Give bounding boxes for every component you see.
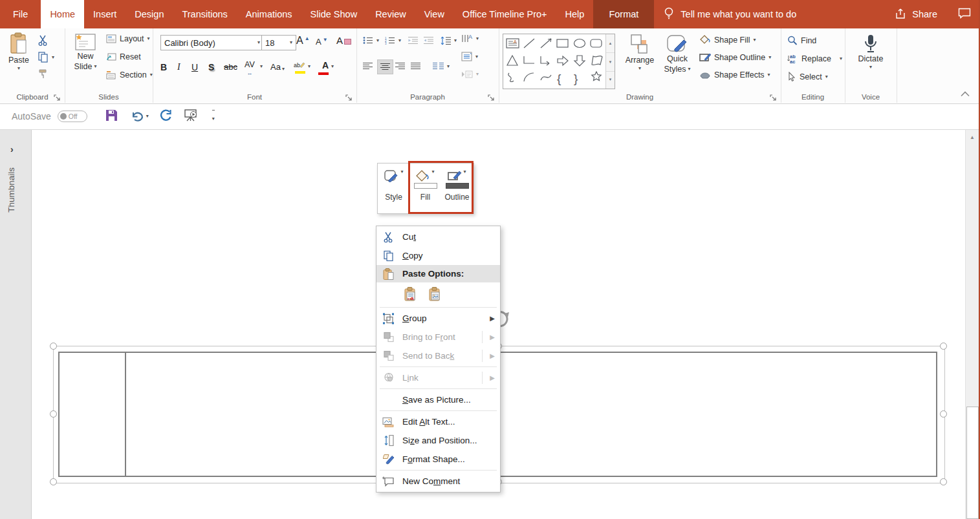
layout-button[interactable]: Layout▾: [106, 34, 150, 43]
font-name-combobox[interactable]: Calibri (Body)▾: [160, 35, 264, 50]
shape-gallery[interactable]: A { } ▲ ▼ ▼: [503, 34, 615, 89]
new-slide-button[interactable]: New Slide▾: [69, 32, 102, 72]
format-painter-button[interactable]: [38, 69, 49, 79]
bold-button[interactable]: B: [160, 62, 167, 72]
resize-handle-bottom-left[interactable]: [50, 478, 57, 485]
line-spacing-button[interactable]: ▾: [441, 36, 457, 45]
tab-format[interactable]: Format: [593, 0, 654, 28]
columns-button[interactable]: ▾: [433, 62, 450, 70]
shape-outline-button[interactable]: Shape Outline▾: [699, 52, 771, 62]
paste-keep-text-button[interactable]: a: [402, 286, 419, 302]
tab-design[interactable]: Design: [125, 0, 173, 28]
gallery-scroll-down[interactable]: ▼: [606, 52, 615, 71]
autosave-toggle[interactable]: Off: [58, 111, 87, 122]
scrollbar-thumb[interactable]: [966, 407, 979, 519]
font-color-button[interactable]: A: [318, 61, 329, 75]
menu-item-bring-to-front[interactable]: Bring to Front ▶: [376, 328, 500, 346]
dictate-button[interactable]: Dictate ▾: [854, 34, 887, 70]
start-from-beginning-button[interactable]: [184, 109, 198, 124]
text-highlight-button[interactable]: ab: [294, 61, 305, 74]
menu-item-new-comment[interactable]: New Comment: [376, 472, 500, 491]
tab-view[interactable]: View: [415, 0, 453, 28]
tab-help[interactable]: Help: [556, 0, 594, 28]
drawing-dialog-launcher[interactable]: [770, 92, 778, 100]
redo-button[interactable]: [159, 109, 172, 124]
resize-handle-bottom-right[interactable]: [940, 478, 947, 485]
menu-item-cut[interactable]: Cut: [376, 228, 500, 246]
customize-qat-button[interactable]: ▾: [212, 110, 215, 123]
find-button[interactable]: Find: [787, 36, 816, 45]
bullets-button[interactable]: ▾: [363, 36, 379, 45]
clear-formatting-button[interactable]: A: [336, 35, 351, 46]
menu-item-group[interactable]: Group ▶: [376, 309, 500, 328]
align-center-button[interactable]: [377, 59, 393, 74]
increase-indent-button[interactable]: [424, 36, 433, 45]
gallery-more-button[interactable]: ▼: [606, 71, 615, 89]
tab-file[interactable]: File: [0, 0, 41, 28]
arrange-button[interactable]: Arrange ▾: [622, 34, 658, 71]
font-size-combobox[interactable]: 18▾: [261, 35, 296, 50]
paragraph-dialog-launcher[interactable]: [488, 92, 495, 100]
clipboard-dialog-launcher[interactable]: [54, 92, 61, 100]
cut-button[interactable]: [38, 35, 49, 46]
font-dialog-launcher[interactable]: [345, 92, 353, 100]
align-text-button[interactable]: ▾: [461, 52, 478, 61]
menu-item-copy[interactable]: Copy: [376, 246, 500, 265]
text-shadow-button[interactable]: S: [208, 62, 214, 72]
replace-button[interactable]: abac Replace ▾: [787, 54, 842, 63]
tell-me-box[interactable]: Tell me what you want to do: [663, 0, 796, 28]
menu-item-save-as-picture[interactable]: Save as Picture...: [376, 390, 500, 409]
strikethrough-button[interactable]: abc: [224, 62, 237, 72]
paste-button[interactable]: Paste ▾: [4, 32, 34, 71]
decrease-font-size-button[interactable]: A▼: [316, 37, 328, 47]
vertical-scrollbar[interactable]: ▲: [965, 130, 979, 519]
tab-animations[interactable]: Animations: [237, 0, 301, 28]
menu-item-size-and-position[interactable]: Size and Position...: [376, 431, 500, 450]
thumbnails-pane-collapsed[interactable]: › Thumbnails: [0, 130, 32, 519]
highlight-dropdown[interactable]: ▾: [308, 64, 310, 69]
align-right-button[interactable]: [395, 62, 405, 70]
numbering-button[interactable]: 123▾: [385, 36, 401, 45]
style-button[interactable]: ▾ Style: [378, 164, 409, 213]
menu-item-format-shape[interactable]: Format Shape...: [376, 450, 500, 469]
shape-fill-button[interactable]: Shape Fill▾: [699, 35, 756, 45]
shape-gallery-scrollbar[interactable]: ▲ ▼ ▼: [605, 34, 615, 89]
resize-handle-middle-left[interactable]: [50, 410, 57, 418]
share-button[interactable]: Share: [895, 8, 937, 21]
save-button[interactable]: [105, 109, 118, 124]
tab-office-timeline-pro[interactable]: Office Timeline Pro+: [453, 0, 556, 28]
tab-home[interactable]: Home: [41, 0, 84, 28]
scroll-up-button[interactable]: ▲: [967, 132, 977, 143]
undo-button[interactable]: ▾: [131, 111, 149, 122]
character-spacing-button[interactable]: AV↔: [245, 61, 255, 76]
reset-button[interactable]: Reset: [106, 52, 141, 61]
shape-effects-button[interactable]: Shape Effects▾: [699, 70, 770, 79]
font-color-dropdown[interactable]: ▾: [331, 64, 334, 69]
align-left-button[interactable]: [363, 62, 373, 70]
paste-picture-button[interactable]: [427, 286, 444, 302]
decrease-indent-button[interactable]: [408, 36, 418, 45]
resize-handle-top-right[interactable]: [940, 343, 947, 350]
justify-button[interactable]: [411, 62, 420, 70]
copy-button[interactable]: ▾: [38, 52, 54, 63]
comments-icon[interactable]: [958, 8, 971, 21]
collapse-ribbon-button[interactable]: [961, 88, 970, 100]
italic-button[interactable]: I: [177, 62, 180, 72]
tab-slide-show[interactable]: Slide Show: [301, 0, 367, 28]
menu-item-edit-alt-text[interactable]: Edit Alt Text...: [376, 412, 500, 431]
expand-thumbnails-chevron[interactable]: ›: [10, 144, 14, 154]
quick-styles-button[interactable]: Quick Styles▾: [659, 34, 695, 74]
change-case-button[interactable]: Aa▾: [270, 62, 285, 72]
select-button[interactable]: Select▾: [787, 72, 828, 81]
underline-button[interactable]: U: [191, 62, 198, 72]
increase-font-size-button[interactable]: A▲: [296, 35, 310, 47]
section-button[interactable]: Section▾: [106, 70, 153, 79]
resize-handle-middle-right[interactable]: [940, 410, 947, 418]
character-spacing-dropdown[interactable]: ▾: [260, 64, 263, 69]
gallery-scroll-up[interactable]: ▲: [606, 34, 615, 52]
text-direction-button[interactable]: A▾: [461, 34, 479, 43]
convert-smartart-button[interactable]: ▾: [461, 70, 479, 79]
menu-item-link[interactable]: Link ▶: [376, 368, 500, 387]
tab-transitions[interactable]: Transitions: [173, 0, 236, 28]
tab-review[interactable]: Review: [366, 0, 415, 28]
